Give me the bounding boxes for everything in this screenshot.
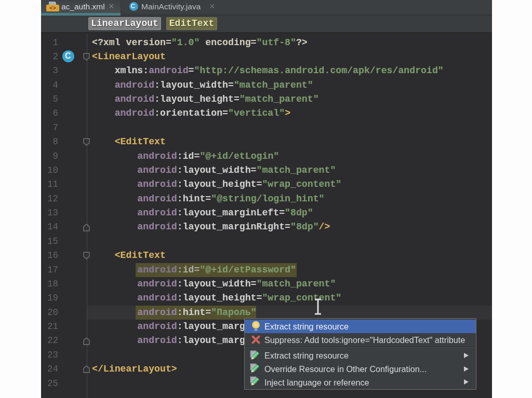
svg-text:<>: <>: [49, 5, 57, 11]
